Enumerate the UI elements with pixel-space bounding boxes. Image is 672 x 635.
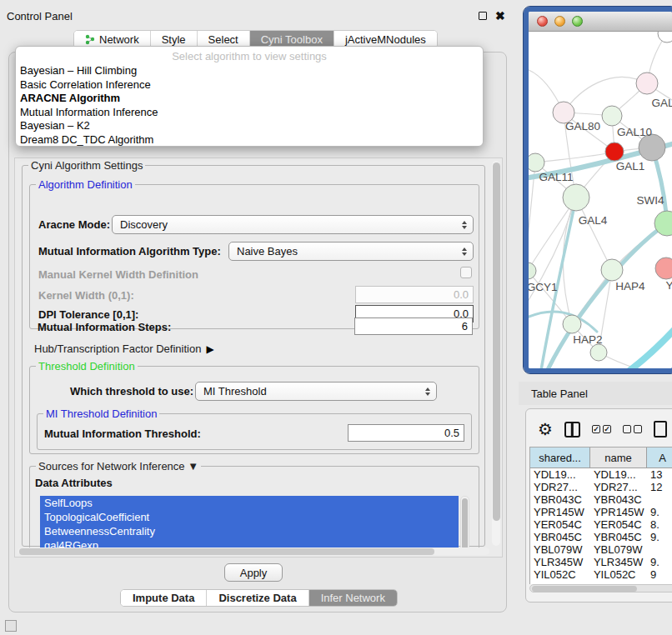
tab-select[interactable]: Select [198,31,250,48]
columns-icon[interactable] [564,422,580,438]
gear-icon[interactable]: ⚙ [538,421,553,438]
float-window-icon[interactable] [479,12,487,20]
apply-button[interactable]: Apply [224,563,283,582]
network-node[interactable] [655,258,672,279]
settings-scroll-area: Cyni Algorithm Settings Algorithm Defini… [14,158,503,558]
table-row[interactable]: YIL052CYIL052C9 [530,568,672,581]
kernel-width-field[interactable]: 0.0 [355,286,474,303]
network-view-window[interactable]: GALGAL80GAL10GAL1GAL11SWI4GAL4GCY1HAP4YH… [524,7,672,373]
tab-network-label: Network [99,33,139,46]
table-cell: 8. [647,518,672,531]
tab-discretize-data[interactable]: Discretize Data [207,590,308,606]
table-panel-title: Table Panel [531,388,588,400]
algorithm-option[interactable]: Bayesian – Hill Climbing [16,64,483,78]
cyni-algorithm-settings-title: Cyni Algorithm Settings [28,159,145,172]
table-cell [647,543,672,556]
table-cell: YPR145W [530,506,590,518]
mi-algorithm-type-label: Mutual Information Algorithm Type: [38,245,221,258]
network-canvas[interactable]: GALGAL80GAL10GAL1GAL11SWI4GAL4GCY1HAP4YH… [529,32,672,372]
settings-vertical-scrollbar[interactable] [492,161,500,546]
close-traffic-light-icon[interactable] [537,16,548,27]
table-cell: 9. [647,531,672,543]
table-body: YDL19...YDL19...13YDR27...YDR27...12YBR0… [530,468,672,581]
algorithm-option[interactable]: Dream8 DC_TDC Algorithm [16,133,483,148]
node-label: GAL1 [616,160,645,172]
kernel-width-label: Kernel Width (0,1): [38,289,134,302]
which-threshold-combo[interactable]: MI Threshold [195,382,437,401]
network-node[interactable] [563,315,581,333]
data-attribute-item[interactable]: SelfLoops [40,496,459,510]
attributes-scrollbar[interactable] [460,496,469,552]
manual-kernel-width-checkbox[interactable] [460,267,472,278]
select-all-columns-icon[interactable]: ✓✓ [592,425,611,433]
close-icon[interactable]: ✖ [495,12,505,20]
table-row[interactable]: YPR145WYPR145W9. [530,506,672,518]
column-header[interactable]: A [647,448,672,468]
table-row[interactable]: YBL079WYBL079W [530,543,672,556]
network-node[interactable] [529,153,544,172]
network-window-titlebar [529,12,672,32]
table-cell: 9 [647,568,672,581]
network-node[interactable] [563,184,589,211]
data-attribute-item[interactable]: BetweennessCentrality [40,524,459,538]
data-attribute-item[interactable]: TopologicalCoefficient [40,510,459,524]
table-row[interactable]: YLR345WYLR345W9. [530,556,672,568]
table-row[interactable]: YER054CYER054C8. [530,518,672,531]
node-label: GAL4 [579,214,608,227]
settings-horizontal-scrollbar[interactable] [18,548,489,555]
tab-jactivemnodules[interactable]: jActiveMNodules [334,31,437,48]
table-row[interactable]: YDL19...YDL19...13 [530,468,672,481]
algorithm-option[interactable]: Bayesian – K2 [16,119,483,133]
aracne-mode-combo[interactable]: Discovery [112,215,474,234]
algorithm-option[interactable]: Basic Correlation Inference [16,78,483,92]
expand-arrow-icon: ▶ [206,343,213,355]
table-row[interactable]: YBR045CYBR045C9. [530,531,672,543]
zoom-traffic-light-icon[interactable] [572,16,583,27]
hub-definition-expander[interactable]: Hub/Transcription Factor Definition▶ [34,342,214,355]
column-header[interactable]: name [590,448,647,468]
export-table-icon[interactable] [654,421,667,438]
algorithm-dropdown-list: Select algorithm to view settings Bayesi… [15,46,484,147]
data-attributes-label: Data Attributes [35,477,113,489]
algorithm-option[interactable]: ARACNE Algorithm [16,92,483,106]
network-node[interactable] [658,32,672,42]
table-horizontal-scrollbar[interactable] [529,584,672,592]
algorithm-option[interactable]: Mutual Information Inference [16,106,483,120]
tab-cyni-toolbox[interactable]: Cyni Toolbox [250,31,334,48]
mi-threshold-label: Mutual Information Threshold: [44,428,201,440]
node-table: shared... name A YDL19...YDL19...13YDR27… [529,447,672,584]
cyni-algorithm-settings-group: Cyni Algorithm Settings Algorithm Defini… [22,165,485,547]
tab-style[interactable]: Style [151,31,198,48]
collapse-arrow-icon[interactable]: ▼ [188,460,198,472]
node-label: HAP4 [615,280,645,292]
network-node[interactable] [602,106,622,126]
table-panel: ⚙ ✓✓ shared... name A YDL19...YDL19...13… [525,408,672,602]
mi-steps-field[interactable]: 6 [354,318,473,335]
table-cell: 9. [647,556,672,568]
table-row[interactable]: YBR043CYBR043C [530,493,672,506]
tab-infer-network[interactable]: Infer Network [309,590,397,606]
tab-network[interactable]: Network [74,31,151,48]
table-cell: YPR145W [590,506,647,518]
network-node[interactable] [601,259,623,281]
table-cell: YIL052C [530,568,590,581]
network-graph: GALGAL80GAL10GAL1GAL11SWI4GAL4GCY1HAP4YH… [529,32,672,372]
node-label: GAL [651,97,672,109]
network-node[interactable] [590,344,607,361]
mi-algorithm-type-combo[interactable]: Naive Bayes [228,242,474,261]
network-node[interactable] [605,142,624,161]
table-cell: YER054C [590,518,647,531]
table-row[interactable]: YDR27...YDR27...12 [530,481,672,493]
deselect-all-columns-icon[interactable] [623,425,642,433]
mi-threshold-field[interactable]: 0.5 [348,424,464,442]
minimize-traffic-light-icon[interactable] [554,16,565,27]
aracne-mode-label: Aracne Mode: [38,218,110,231]
tab-impute-data[interactable]: Impute Data [121,590,207,606]
network-icon [85,34,95,45]
table-cell [647,493,672,506]
dock-panel-icon[interactable] [5,620,17,632]
network-node[interactable] [529,262,536,279]
network-node[interactable] [636,72,658,94]
application-window: Control Panel ✖ Network Style Select Cyn… [0,0,672,635]
column-header[interactable]: shared... [530,448,590,468]
